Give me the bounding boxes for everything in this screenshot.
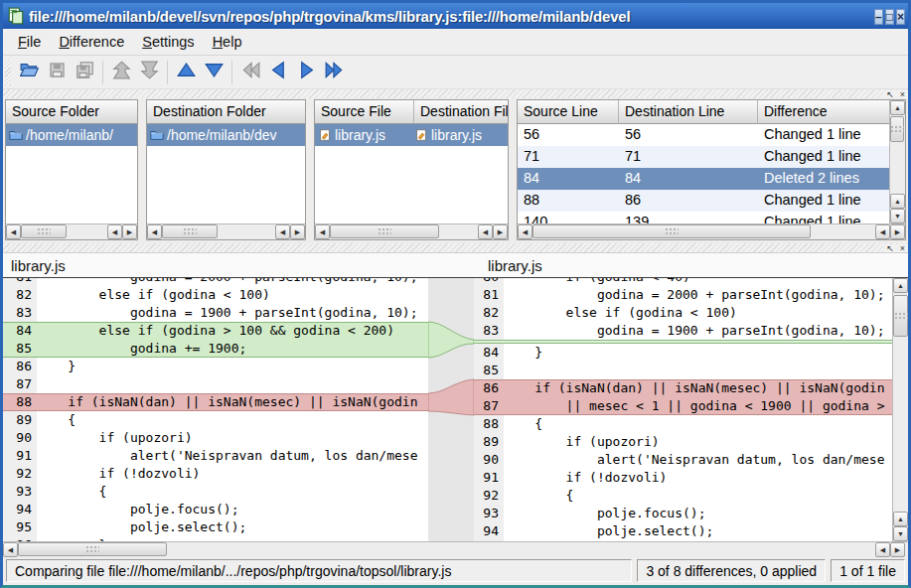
line-number: 94 [474,522,504,540]
destination-code-line: 81 godina = 2000 + parseInt(godina, 10); [474,286,892,304]
code-text: { [37,483,428,501]
dock-close-icon[interactable]: × [897,244,908,252]
code-text: if (!dozvoli) [504,469,892,487]
source-code-line: 95 polje.select(); [3,518,428,536]
first-difference-button [236,59,264,86]
navigation-panels: Source Folder /home/milanb/ ◀◀▶ Destinat… [3,99,908,240]
save-all-icon [76,61,94,83]
code-text: { [504,415,892,433]
scroll-down-icon[interactable]: ▼ [893,526,908,541]
scroll-up-icon[interactable]: ▲ [890,100,905,115]
titlebar[interactable]: file:///home/milanb/devel/svn/repos/php/… [3,3,908,29]
cell-difference: Changed 1 line [758,124,889,146]
source-code-line[interactable]: 84 else if (godina > 100 && godina < 200… [3,322,428,340]
source-code-line: 82 else if (godina < 100) [3,286,428,304]
line-number: 86 [474,379,504,397]
code-text: alert('Neispravan datum, los dan/mese [37,447,428,465]
source-folder-hscrollbar[interactable]: ◀◀▶ [6,223,137,239]
destination-code-line: 89 if (upozori) [474,433,892,451]
destination-folder-hscrollbar[interactable]: ◀◀▶ [147,223,305,239]
differences-hscrollbar[interactable]: ◀◀▶ [518,223,905,239]
code-text: } [37,358,428,375]
destination-pane-title: library.js [428,253,908,277]
menu-item-help[interactable]: Help [204,31,251,53]
diff-row[interactable]: 140139Changed 1 line [518,212,889,223]
line-number: 85 [474,362,504,379]
diff-row[interactable]: 7171Changed 1 line [518,146,889,168]
code-text: else if (godina < 100) [504,304,892,322]
minimize-button[interactable]: – [874,9,883,25]
dock-restore-icon[interactable]: ↖ [883,90,897,98]
triangle-down-icon [205,61,224,83]
diff-row[interactable]: 8886Changed 1 line [518,190,889,212]
column-header-source-line[interactable]: Source Line [518,100,619,123]
bottom-dock-handle[interactable]: ↖ × [3,243,908,252]
destination-code-line[interactable]: 87 || mesec < 1 || godina < 1900 || godi… [474,397,892,415]
code-text: if (upozori) [504,433,892,451]
menu-item-file[interactable]: File [9,31,50,53]
diff-row[interactable]: 8484Deleted 2 lines [518,168,889,190]
destination-code-line: 84 } [474,344,892,362]
column-header-destination-line[interactable]: Destination Line [619,100,758,123]
line-number: 88 [474,415,504,433]
diff-hscrollbar[interactable]: ◀◀▶ [3,541,908,557]
code-text: else if (godina < 100) [37,286,428,304]
status-message: Comparing file file:///home/milanb/.../r… [6,559,632,582]
source-code-line: 86 } [3,358,428,375]
dock-close-icon[interactable]: × [897,90,908,98]
source-code-line: 81 godina = 2000 + parseInt(godina, 10); [3,278,428,286]
diff-connector-area [428,278,474,541]
destination-code-line: 90 alert('Neispravan datum, los dan/mese [474,451,892,469]
line-number: 82 [3,286,37,304]
source-folder-header[interactable]: Source Folder [6,100,137,123]
diff-connectors [428,278,474,542]
code-text: polje.select(); [504,522,892,540]
last-difference-button[interactable] [320,59,348,86]
dock-restore-icon[interactable]: ↖ [883,244,897,252]
destination-file-header[interactable]: Destination File [414,100,508,123]
destination-folder-panel: Destination Folder /home/milanb/dev ◀◀▶ [146,99,306,240]
scroll-left-icon[interactable]: ◀ [6,224,21,239]
line-number: 96 [3,536,37,541]
source-file-header[interactable]: Source File [315,100,414,123]
cell-source: 71 [518,146,619,168]
maximize-button[interactable]: □ [885,9,894,25]
cell-destination: 71 [619,146,758,168]
scroll-down-icon[interactable]: ▼ [890,209,905,223]
menu-item-difference[interactable]: Difference [50,31,133,53]
source-folder-item[interactable]: /home/milanb/ [6,124,137,146]
destination-folder-item[interactable]: /home/milanb/dev [147,124,305,146]
diff-vscrollbar[interactable]: ▲ ▲ ▼ [892,278,908,541]
top-dock-handle[interactable]: ↖ × [3,89,908,98]
code-text: if (godina < 40) [504,278,892,286]
previous-button[interactable] [264,59,292,86]
next-button[interactable] [292,59,320,86]
differences-vscrollbar[interactable]: ▲ ▲ ▼ [889,100,905,223]
source-folder-panel: Source Folder /home/milanb/ ◀◀▶ [5,99,138,240]
files-hscrollbar[interactable]: ◀◀▶ [315,223,508,239]
scroll-up-icon[interactable]: ▲ [893,278,908,293]
previous-difference-button[interactable] [172,59,200,86]
diff-row[interactable]: 5656Changed 1 line [518,124,889,146]
line-number: 84 [3,322,37,340]
statusbar: Comparing file file:///home/milanb/.../r… [3,557,908,585]
destination-folder-header[interactable]: Destination Folder [147,100,305,123]
source-code-line: 93 { [3,483,428,501]
destination-code-line: 83 godina = 1900 + parseInt(godina, 10); [474,322,892,340]
line-number: 93 [3,483,37,501]
destination-code-line[interactable]: 86 if (isNaN(dan) || isNaN(mesec) || isN… [474,379,892,397]
source-code-line[interactable]: 88 if (isNaN(dan) || isNaN(mesec) || isN… [3,393,428,411]
next-difference-button[interactable] [200,59,228,86]
cell-source: 88 [518,190,619,212]
source-code-line[interactable]: 85 godina += 1900; [3,340,428,358]
file-pair-item[interactable]: library.js library.js [315,124,508,146]
toolbar-drag-handle[interactable] [5,60,11,85]
line-number: 94 [3,501,37,518]
close-button[interactable]: × [896,9,905,25]
destination-code-line: 95 } [474,540,892,541]
folder-icon [150,128,164,142]
line-number: 91 [3,447,37,465]
column-header-difference[interactable]: Difference [758,100,889,123]
menu-item-settings[interactable]: Settings [133,31,203,53]
open-button[interactable] [15,59,43,86]
